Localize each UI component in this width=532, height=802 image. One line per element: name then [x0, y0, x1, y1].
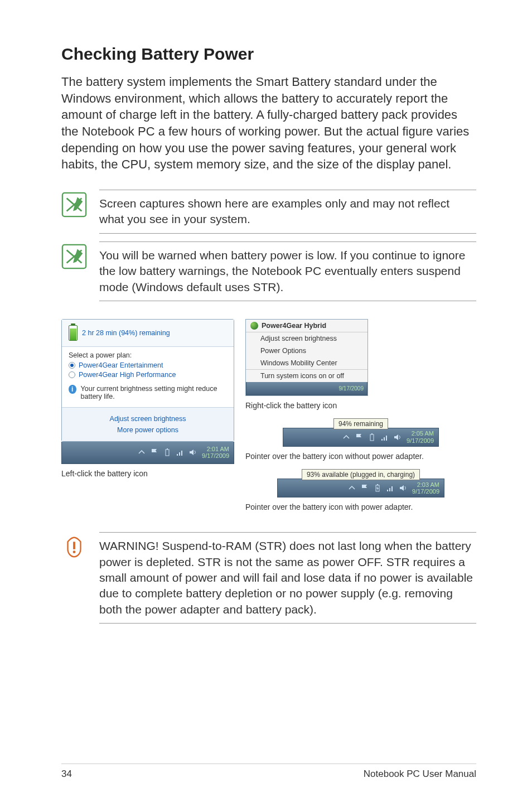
- svg-rect-2: [166, 450, 169, 456]
- page-number: 34: [61, 769, 72, 780]
- page-title: Checking Battery Power: [61, 45, 476, 64]
- ctx-header: Power4Gear Hybrid: [262, 322, 326, 330]
- note-1-text: Screen captures shown here are examples …: [99, 190, 476, 234]
- tip1-date: 9/17/2009: [407, 437, 434, 445]
- ctx-item-power-options[interactable]: Power Options: [246, 345, 367, 357]
- speaker-icon[interactable]: [188, 448, 197, 457]
- network-icon[interactable]: [176, 448, 185, 457]
- speaker-icon[interactable]: [399, 484, 408, 492]
- network-icon[interactable]: [386, 484, 395, 492]
- link-more-power-options[interactable]: More power options: [69, 424, 227, 436]
- battery-tray-icon[interactable]: [163, 448, 172, 457]
- caption-ctx: Right-click the battery icon: [245, 400, 476, 410]
- taskbar-tip1: 2:05 AM 9/17/2009: [283, 428, 439, 447]
- note-icon: [61, 192, 87, 218]
- ctx-item-brightness[interactable]: Adjust screen brightness: [246, 332, 367, 345]
- warning-icon: [61, 534, 87, 560]
- tooltip-charging: 93% available (plugged in, charging): [302, 469, 420, 480]
- brightness-info-text: Your current brightness setting might re…: [81, 385, 227, 400]
- radio-unselected-icon: [69, 371, 75, 378]
- chevron-up-icon[interactable]: [137, 448, 146, 457]
- footer-label: Notebook PC User Manual: [364, 769, 476, 780]
- note-2-text: You will be warned when battery power is…: [99, 241, 476, 301]
- note-icon: [61, 244, 87, 269]
- ctx-item-mobility-center[interactable]: Windows Mobility Center: [246, 357, 367, 369]
- info-icon: i: [69, 385, 76, 394]
- plan-label: Select a power plan:: [69, 351, 227, 359]
- page-footer: 34 Notebook PC User Manual: [61, 764, 476, 780]
- flag-icon[interactable]: [150, 448, 159, 457]
- plan-1-label: Power4Gear Entertainment: [79, 361, 163, 369]
- caption-tip1: Pointer over the battery icon without po…: [245, 451, 476, 461]
- flag-icon[interactable]: [360, 484, 369, 492]
- warning-text: WARNING! Suspend-to-RAM (STR) does not l…: [99, 532, 476, 624]
- battery-tray-icon[interactable]: [367, 433, 376, 442]
- note-2: You will be warned when battery power is…: [61, 241, 476, 301]
- svg-rect-7: [377, 484, 378, 485]
- battery-icon: [69, 325, 78, 341]
- link-adjust-brightness[interactable]: Adjust screen brightness: [69, 413, 227, 424]
- caption-left: Left-click the battery icon: [61, 468, 234, 479]
- battery-popup: 2 hr 28 min (94%) remaining Select a pow…: [61, 319, 234, 442]
- battery-context-menu: Power4Gear Hybrid Adjust screen brightne…: [245, 319, 368, 396]
- note-1: Screen captures shown here are examples …: [61, 190, 476, 234]
- chevron-up-icon[interactable]: [342, 433, 351, 442]
- battery-charging-icon[interactable]: [373, 484, 382, 492]
- svg-point-9: [73, 551, 76, 554]
- power4gear-icon: [250, 322, 258, 330]
- svg-rect-3: [167, 448, 168, 450]
- chevron-up-icon[interactable]: [347, 484, 356, 492]
- plan-option-high-performance[interactable]: Power4Gear High Performance: [69, 371, 227, 379]
- network-icon[interactable]: [380, 433, 389, 442]
- warning-note: WARNING! Suspend-to-RAM (STR) does not l…: [61, 532, 476, 624]
- tip2-time: 2:03 AM: [412, 481, 439, 489]
- radio-selected-icon: [69, 362, 75, 369]
- plan-option-entertainment[interactable]: Power4Gear Entertainment: [69, 361, 227, 369]
- clock-time: 2:01 AM: [202, 446, 229, 453]
- tip1-time: 2:05 AM: [407, 430, 434, 437]
- taskbar-tip2: 2:03 AM 9/17/2009: [277, 479, 444, 497]
- taskbar: 2:01 AM 9/17/2009: [61, 442, 234, 464]
- tooltip-remaining: 94% remaining: [333, 418, 388, 429]
- ctx-item-system-icons[interactable]: Turn system icons on or off: [246, 369, 367, 382]
- caption-tip2: Pointer over the battery icon with power…: [245, 502, 476, 512]
- svg-rect-8: [73, 542, 75, 549]
- ctx-mini-date: 9/17/2009: [339, 385, 364, 392]
- plan-2-label: Power4Gear High Performance: [79, 371, 176, 379]
- flag-icon[interactable]: [355, 433, 364, 442]
- speaker-icon[interactable]: [393, 433, 402, 442]
- svg-rect-5: [371, 433, 373, 434]
- tip2-date: 9/17/2009: [412, 488, 439, 495]
- intro-paragraph: The battery system implements the Smart …: [61, 74, 476, 173]
- clock-date: 9/17/2009: [202, 452, 229, 460]
- svg-rect-4: [370, 434, 374, 441]
- battery-remaining-text: 2 hr 28 min (94%) remaining: [82, 329, 170, 337]
